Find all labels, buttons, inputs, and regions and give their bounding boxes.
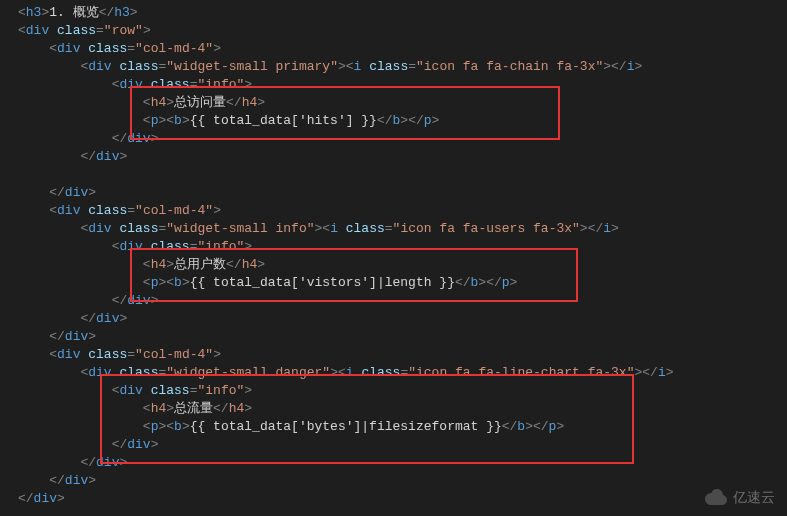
code-line[interactable]: <div class="info"> [0, 382, 787, 400]
code-line[interactable]: <div class="widget-small info"><i class=… [0, 220, 787, 238]
code-line[interactable]: </div> [0, 472, 787, 490]
code-editor[interactable]: <h3>1. 概览</h3> <div class="row"> <div cl… [0, 4, 787, 508]
cloud-icon [703, 488, 729, 506]
code-line[interactable]: </div> [0, 436, 787, 454]
code-line[interactable]: </div> [0, 184, 787, 202]
code-line[interactable]: <p><b>{{ total_data['hits'] }}</b></p> [0, 112, 787, 130]
code-line[interactable]: <p><b>{{ total_data['bytes']|filesizefor… [0, 418, 787, 436]
code-line[interactable]: <div class="col-md-4"> [0, 202, 787, 220]
code-line[interactable]: <div class="row"> [0, 22, 787, 40]
code-line[interactable]: <div class="widget-small primary"><i cla… [0, 58, 787, 76]
code-line[interactable]: <div class="info"> [0, 238, 787, 256]
h3-text: 1. 概览 [49, 5, 98, 20]
code-line[interactable]: <h4>总访问量</h4> [0, 94, 787, 112]
code-line[interactable]: <div class="col-md-4"> [0, 40, 787, 58]
watermark: 亿速云 [703, 488, 775, 506]
code-line[interactable]: <h3>1. 概览</h3> [0, 4, 787, 22]
code-line[interactable]: <h4>总用户数</h4> [0, 256, 787, 274]
code-line[interactable]: <p><b>{{ total_data['vistors']|length }}… [0, 274, 787, 292]
code-line[interactable]: <div class="info"> [0, 76, 787, 94]
code-line[interactable]: </div> [0, 490, 787, 508]
code-line[interactable]: </div> [0, 328, 787, 346]
code-line[interactable] [0, 166, 787, 184]
code-line[interactable]: </div> [0, 292, 787, 310]
code-line[interactable]: </div> [0, 148, 787, 166]
code-line[interactable]: </div> [0, 310, 787, 328]
code-line[interactable]: <div class="col-md-4"> [0, 346, 787, 364]
watermark-text: 亿速云 [733, 488, 775, 506]
code-line[interactable]: <h4>总流量</h4> [0, 400, 787, 418]
code-line[interactable]: </div> [0, 130, 787, 148]
code-line[interactable]: </div> [0, 454, 787, 472]
code-line[interactable]: <div class="widget-small danger"><i clas… [0, 364, 787, 382]
